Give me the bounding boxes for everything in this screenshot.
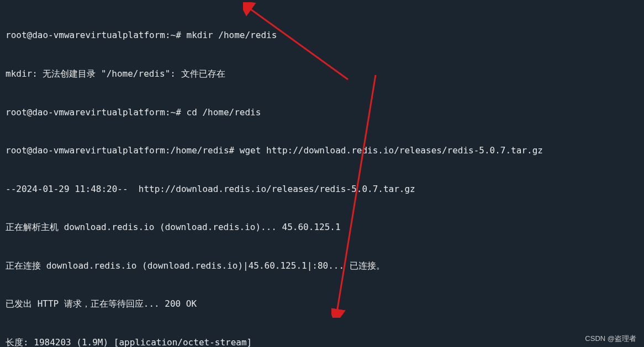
terminal-line: --2024-01-29 11:48:20-- http://download.… [6,183,638,195]
terminal-line: root@dao-vmwarevirtualplatform:~# cd /ho… [6,106,638,119]
terminal-output: root@dao-vmwarevirtualplatform:~# mkdir … [0,0,644,347]
terminal-line: 已发出 HTTP 请求，正在等待回应... 200 OK [6,297,638,310]
terminal-line: 长度: 1984203 (1.9M) [application/octet-st… [6,336,638,347]
terminal-line: mkdir: 无法创建目录 "/home/redis": 文件已存在 [6,67,638,80]
terminal-line: 正在连接 download.redis.io (download.redis.i… [6,259,638,272]
terminal-line: 正在解析主机 download.redis.io (download.redis… [6,221,638,233]
watermark: CSDN @盗理者 [585,334,636,344]
terminal-line: root@dao-vmwarevirtualplatform:~# mkdir … [6,29,638,41]
terminal-line: root@dao-vmwarevirtualplatform:/home/red… [6,144,638,157]
